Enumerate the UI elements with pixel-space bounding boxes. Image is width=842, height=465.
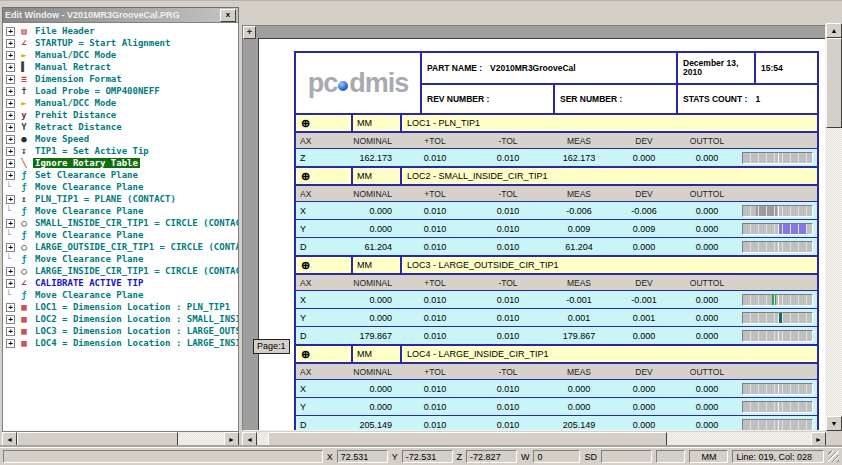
scroll-thumb[interactable] xyxy=(17,432,178,447)
expand-icon[interactable]: + xyxy=(6,303,15,312)
expand-icon[interactable]: + xyxy=(6,147,15,156)
tree-item-label[interactable]: PLN_TIP1 = PLANE (CONTACT) xyxy=(33,194,178,204)
tree-item[interactable]: └ƒMove Clearance Plane xyxy=(3,205,238,217)
tree-item-label[interactable]: LOC3 = Dimension Location : LARGE_OUTSI xyxy=(33,326,239,336)
tree-item[interactable]: └ƒMove Clearance Plane xyxy=(3,181,238,193)
tree-item[interactable]: +▦LOC1 = Dimension Location : PLN_TIP1 xyxy=(3,301,238,313)
expand-icon[interactable]: + xyxy=(6,243,15,252)
scroll-left-icon[interactable]: ◄ xyxy=(242,432,257,447)
tree-item[interactable]: └ƒMove Clearance Plane xyxy=(3,253,238,265)
expand-icon[interactable]: + xyxy=(6,75,15,84)
measurement-row: X0.0000.0100.010-0.001-0.0010.000 xyxy=(296,291,817,309)
expand-icon[interactable]: + xyxy=(6,63,15,72)
tree-item[interactable]: +∠STARTUP = Start Alignment xyxy=(3,37,238,49)
tree-item-label[interactable]: LOC4 = Dimension Location : LARGE_INSID xyxy=(33,338,239,348)
tree-item[interactable]: +▌Manual Retract xyxy=(3,61,238,73)
column-header: MEAS xyxy=(544,367,614,377)
scroll-up-icon[interactable]: ▲ xyxy=(826,23,842,38)
pan-handle-button[interactable]: + xyxy=(243,26,256,39)
tree-item-label[interactable]: Ignore Rotary Table xyxy=(33,158,140,168)
tree-item[interactable]: +○LARGE_INSIDE_CIR_TIP1 = CIRCLE (CONTAC… xyxy=(3,265,238,277)
scroll-track[interactable] xyxy=(257,432,811,447)
tree-item-label[interactable]: Move Clearance Plane xyxy=(33,206,145,216)
expand-icon[interactable]: + xyxy=(6,51,15,60)
tree-item-label[interactable]: Manual Retract xyxy=(33,62,113,72)
dimension-title: LOC4 - LARGE_INSIDE_CIR_TIP1 xyxy=(402,349,817,359)
tree-item-label[interactable]: STARTUP = Start Alignment xyxy=(33,38,172,48)
tree-item[interactable]: +●Move Speed xyxy=(3,133,238,145)
tree-item-label[interactable]: LARGE_INSIDE_CIR_TIP1 = CIRCLE (CONTACT xyxy=(33,266,239,276)
tree-item[interactable]: +▤File Header xyxy=(3,25,238,37)
close-icon[interactable]: x xyxy=(220,9,236,22)
tree-item-label[interactable]: Manual/DCC Mode xyxy=(33,98,118,108)
tree-item[interactable]: +►Manual/DCC Mode xyxy=(3,97,238,109)
tree-item-label[interactable]: Retract Distance xyxy=(33,122,124,132)
expand-icon[interactable]: + xyxy=(6,327,15,336)
tree-connector-icon: └ xyxy=(6,206,15,216)
edit-window-hscrollbar[interactable]: ◄ ► xyxy=(2,432,239,447)
tree-item-label[interactable]: LOC1 = Dimension Location : PLN_TIP1 xyxy=(33,302,232,312)
report-vscrollbar[interactable]: ▲ ▼ xyxy=(826,23,842,431)
expand-icon[interactable]: + xyxy=(6,123,15,132)
expand-icon[interactable]: + xyxy=(6,27,15,36)
tree-item-label[interactable]: File Header xyxy=(33,26,97,36)
tree-item[interactable]: └ƒMove Clearance Plane xyxy=(3,229,238,241)
scroll-right-icon[interactable]: ► xyxy=(224,432,239,447)
scroll-track[interactable] xyxy=(826,38,842,416)
tree-item[interactable]: +╲Ignore Rotary Table xyxy=(3,157,238,169)
tree-item-label[interactable]: TIP1 = Set Active Tip xyxy=(33,146,151,156)
tree-item-label[interactable]: Move Speed xyxy=(33,134,91,144)
tree-item[interactable]: └ƒMove Clearance Plane xyxy=(3,289,238,301)
tree-item-label[interactable]: Prehit Distance xyxy=(33,110,118,120)
resize-grip-icon[interactable] xyxy=(828,451,839,462)
tree-item[interactable]: +▦LOC4 = Dimension Location : LARGE_INSI… xyxy=(3,337,238,349)
expand-icon[interactable]: + xyxy=(6,99,15,108)
tree-item-label[interactable]: Move Clearance Plane xyxy=(33,290,145,300)
expand-icon[interactable]: + xyxy=(6,339,15,348)
expand-icon[interactable]: + xyxy=(6,219,15,228)
tree-item[interactable]: +∠CALIBRATE ACTIVE TIP xyxy=(3,277,238,289)
expand-icon[interactable]: + xyxy=(6,195,15,204)
scroll-left-icon[interactable]: ◄ xyxy=(2,432,17,447)
expand-icon[interactable]: + xyxy=(6,135,15,144)
scroll-right-icon[interactable]: ► xyxy=(811,432,826,447)
tree-item[interactable]: +▦LOC2 = Dimension Location : SMALL_INSI… xyxy=(3,313,238,325)
expand-icon[interactable]: + xyxy=(6,315,15,324)
tree-item-label[interactable]: Set Clearance Plane xyxy=(33,170,140,180)
scroll-thumb[interactable] xyxy=(826,38,842,128)
tree-item-label[interactable]: Dimension Format xyxy=(33,74,124,84)
tree-item-label[interactable]: Move Clearance Plane xyxy=(33,182,145,192)
tree-item[interactable]: +yPrehit Distance xyxy=(3,109,238,121)
measurement-row: D179.8670.0100.010179.8670.0000.000 xyxy=(296,327,817,344)
tree-item[interactable]: +YRetract Distance xyxy=(3,121,238,133)
tree-item-label[interactable]: LOC2 = Dimension Location : SMALL_INSID xyxy=(33,314,239,324)
expand-icon[interactable]: + xyxy=(6,159,15,168)
tree-item[interactable]: +↥PLN_TIP1 = PLANE (CONTACT) xyxy=(3,193,238,205)
tree-item-label[interactable]: CALIBRATE ACTIVE TIP xyxy=(33,278,145,288)
expand-icon[interactable]: + xyxy=(6,39,15,48)
expand-icon[interactable]: + xyxy=(6,111,15,120)
expand-icon[interactable]: + xyxy=(6,267,15,276)
expand-icon[interactable]: + xyxy=(6,87,15,96)
expand-icon[interactable]: + xyxy=(6,279,15,288)
expand-icon[interactable]: + xyxy=(6,171,15,180)
tree-item-label[interactable]: SMALL_INSIDE_CIR_TIP1 = CIRCLE (CONTACT xyxy=(33,218,239,228)
tree-item[interactable]: +►Manual/DCC Mode xyxy=(3,49,238,61)
edit-window-titlebar[interactable]: Edit Window - V2010MR3GrooveCal.PRG x xyxy=(2,7,239,22)
tree-item-label[interactable]: LARGE_OUTSIDE_CIR_TIP1 = CIRCLE (CONTACT xyxy=(33,242,239,252)
scroll-thumb[interactable] xyxy=(268,432,667,447)
tree-item[interactable]: +≡Dimension Format xyxy=(3,73,238,85)
tree-item-label[interactable]: Load Probe = OMP400NEFF xyxy=(33,86,162,96)
tree-item[interactable]: +↧TIP1 = Set Active Tip xyxy=(3,145,238,157)
tree-item-label[interactable]: Manual/DCC Mode xyxy=(33,50,118,60)
tree-item[interactable]: +○SMALL_INSIDE_CIR_TIP1 = CIRCLE (CONTAC… xyxy=(3,217,238,229)
tree-item[interactable]: +○LARGE_OUTSIDE_CIR_TIP1 = CIRCLE (CONTA… xyxy=(3,241,238,253)
tree-item[interactable]: +ƒSet Clearance Plane xyxy=(3,169,238,181)
report-hscrollbar[interactable]: ◄ ► xyxy=(242,432,826,447)
tree-item[interactable]: +▦LOC3 = Dimension Location : LARGE_OUTS… xyxy=(3,325,238,337)
scroll-track[interactable] xyxy=(17,432,224,447)
tree-item-label[interactable]: Move Clearance Plane xyxy=(33,254,145,264)
scroll-down-icon[interactable]: ▼ xyxy=(826,416,842,431)
tree-item-label[interactable]: Move Clearance Plane xyxy=(33,230,145,240)
tree-item[interactable]: +†Load Probe = OMP400NEFF xyxy=(3,85,238,97)
